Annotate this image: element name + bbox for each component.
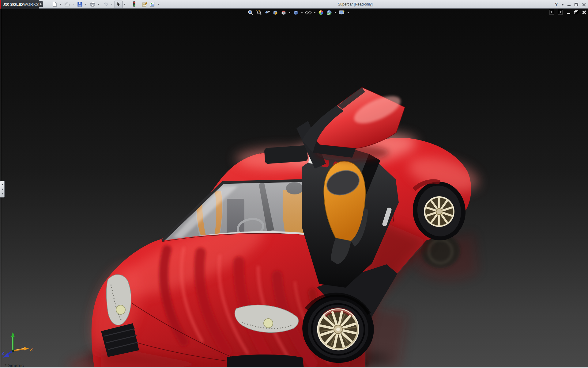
view-settings-icon <box>338 10 345 16</box>
app-close-button[interactable] <box>582 3 586 6</box>
save-dropdown[interactable] <box>84 1 88 8</box>
apply-scene-button[interactable] <box>326 9 333 16</box>
new-document-dropdown[interactable] <box>58 1 62 8</box>
collapse-arrow-icon <box>2 188 3 190</box>
brand-accent-strip <box>0 0 1 9</box>
main-toolbar <box>51 0 161 8</box>
triad-x-label: X <box>30 347 33 352</box>
zoom-to-area-button[interactable] <box>255 9 262 16</box>
view-orientation-button[interactable] <box>280 9 287 16</box>
menu-flyout-arrow[interactable] <box>39 1 43 7</box>
app-minimize-button[interactable] <box>567 5 571 6</box>
apply-scene-dropdown[interactable] <box>334 12 337 13</box>
flyout-arrow-icon <box>40 3 42 6</box>
view-orientation-cube-icon <box>281 10 287 16</box>
hide-show-items-dropdown[interactable] <box>313 12 316 13</box>
help-dropdown[interactable] <box>562 4 564 6</box>
display-style-cube-icon <box>293 10 299 16</box>
roof-glass-panel <box>264 145 308 164</box>
save-floppy-icon <box>77 2 83 7</box>
doc-restore-button[interactable] <box>574 10 578 14</box>
app-window-controls: ? <box>555 0 586 9</box>
eyeglasses-icon <box>305 10 312 16</box>
triad-z-label: Z <box>2 351 5 355</box>
left-pane-splitter-handle[interactable] <box>0 181 5 197</box>
display-style-button[interactable] <box>292 9 300 16</box>
comment-button[interactable] <box>141 1 149 8</box>
new-document-icon <box>52 2 57 7</box>
doc-minimize-button[interactable] <box>567 13 570 14</box>
select-button[interactable] <box>115 1 123 8</box>
collapse-arrow-icon <box>2 184 3 186</box>
reference-triad: X Z <box>1 331 35 359</box>
help-button[interactable]: ? <box>555 0 558 9</box>
solidworks-menu-logo[interactable]: 3S SOLIDWORKS <box>0 0 39 9</box>
print-button[interactable] <box>89 1 96 8</box>
zoom-to-area-icon <box>256 10 262 16</box>
previous-view-button[interactable] <box>263 9 271 16</box>
open-button[interactable] <box>63 1 71 8</box>
triad-x-axis: X <box>13 347 33 352</box>
new-document-button[interactable] <box>51 1 58 8</box>
title-bar: 3S SOLIDWORKS <box>0 0 588 9</box>
pane-toggle-left-icon[interactable] <box>549 10 554 14</box>
undo-arrow-icon <box>103 2 108 7</box>
document-title: Supercar [Read-only] <box>306 0 404 9</box>
document-window-controls <box>549 10 586 14</box>
brand-name-bold: SOLID <box>10 2 23 7</box>
open-dropdown[interactable] <box>71 1 75 8</box>
options-button[interactable] <box>149 1 156 8</box>
undo-button[interactable] <box>102 1 109 8</box>
zoom-to-fit-button[interactable] <box>247 9 254 16</box>
headlight-left[interactable] <box>106 274 131 325</box>
print-dropdown[interactable] <box>96 1 100 8</box>
open-folder-icon <box>64 2 70 7</box>
triad-z-axis: Z <box>2 351 13 358</box>
appearance-sphere-icon <box>318 10 324 16</box>
3d-model-supercar[interactable] <box>0 9 588 368</box>
edit-appearance-button[interactable] <box>317 9 325 16</box>
select-dropdown[interactable] <box>123 1 126 8</box>
brand-glyph: 3S <box>3 2 9 7</box>
heads-up-view-toolbar <box>247 9 350 16</box>
select-cursor-icon <box>116 2 121 7</box>
app-restore-button[interactable] <box>575 3 578 6</box>
view-orientation-dropdown[interactable] <box>288 12 291 13</box>
view-settings-button[interactable] <box>338 9 346 16</box>
display-style-dropdown[interactable] <box>300 12 303 13</box>
doc-close-button[interactable] <box>582 10 586 14</box>
print-icon <box>90 2 96 7</box>
section-view-icon <box>272 10 278 16</box>
section-view-button[interactable] <box>272 9 279 16</box>
triad-y-axis <box>11 332 15 351</box>
brand-name-light: WORKS <box>23 2 39 7</box>
view-settings-dropdown[interactable] <box>347 12 350 13</box>
options-checklist-icon <box>149 2 155 7</box>
zoom-to-fit-icon <box>247 10 254 16</box>
collapse-arrow-icon <box>2 193 3 195</box>
graphics-viewport[interactable]: X Z *Dimetric <box>0 9 588 368</box>
pane-toggle-right-icon[interactable] <box>558 10 563 14</box>
undo-dropdown[interactable] <box>109 1 113 8</box>
options-dropdown[interactable] <box>156 1 160 8</box>
previous-view-icon <box>264 10 270 16</box>
note-pencil-icon <box>141 2 148 7</box>
traffic-light-icon <box>132 1 137 7</box>
rebuild-status-button[interactable] <box>131 1 138 8</box>
hide-show-items-button[interactable] <box>304 9 312 16</box>
scene-sphere-icon <box>326 10 332 16</box>
save-button[interactable] <box>76 1 84 8</box>
